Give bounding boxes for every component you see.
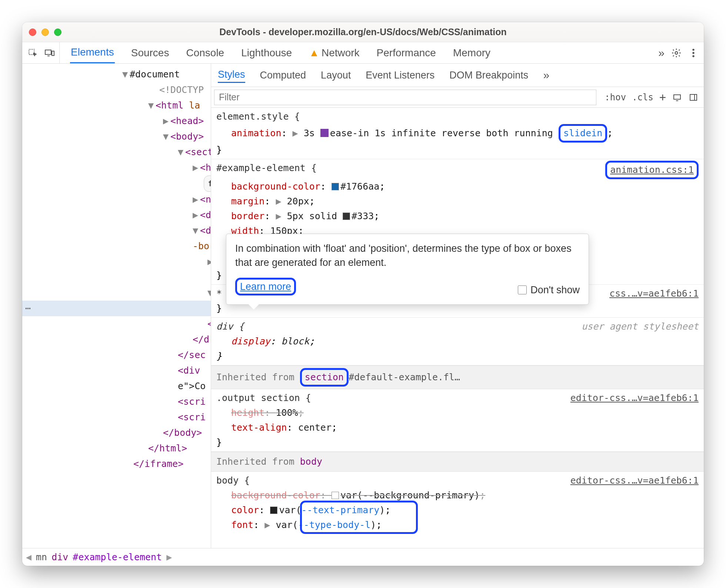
dont-show-checkbox-label[interactable]: Don't show [518,283,580,297]
source-link-editor-css[interactable]: css.…v=ae1feb6:1 [609,286,699,301]
tab-network[interactable]: ▲Network [308,42,360,63]
breadcrumb-selected[interactable]: #example-element [73,552,162,562]
device-mode-icon[interactable] [44,48,55,58]
toggle-sidebar-icon[interactable] [688,92,699,103]
svg-point-3 [675,51,678,54]
styles-tabs-more[interactable]: » [543,67,549,83]
svg-rect-7 [674,95,680,99]
hov-toggle[interactable]: :hov [605,92,626,103]
dom-tree[interactable]: ▼#document <!DOCTYP ▼<html la ▶<head> ▼<… [22,64,211,548]
class-pill[interactable]: fl [204,176,211,192]
tabs-more-button[interactable]: » [658,47,665,59]
color-swatch[interactable] [270,507,277,514]
add-rule-button[interactable]: + [659,91,666,104]
style-rules: element.style { animation: ▶ 3s ease-in … [211,108,704,548]
device-classes-icon[interactable] [672,92,682,103]
rule-element-style[interactable]: element.style { animation: ▶ 3s ease-in … [211,108,704,159]
tab-performance[interactable]: Performance [376,42,437,63]
rule-body[interactable]: body { editor-css.…v=ae1feb6:1 backgroun… [211,472,704,534]
settings-icon[interactable] [671,48,682,58]
css-var-link[interactable]: --text-primary [302,505,380,515]
breadcrumb[interactable]: ◀ mn div#example-element ▶ [22,548,704,566]
svg-rect-8 [690,94,697,100]
window-title: DevTools - developer.mozilla.org/en-US/d… [22,27,704,37]
inherited-from-section: Inherited from section#default-example.f… [211,365,704,389]
styles-panel: Styles Computed Layout Event Listeners D… [211,64,704,548]
styles-tab-layout[interactable]: Layout [321,68,351,83]
styles-tab-breakpoints[interactable]: DOM Breakpoints [449,68,528,83]
dont-show-checkbox[interactable] [518,285,527,294]
learn-more-link[interactable]: Learn more [240,281,291,292]
filter-row: :hov .cls + [211,87,704,108]
tab-console[interactable]: Console [185,42,225,63]
breadcrumb-item[interactable]: mn [36,552,47,562]
window-controls [29,29,61,36]
kebab-menu-icon[interactable] [688,48,699,58]
tab-lighthouse[interactable]: Lighthouse [240,42,293,63]
easing-icon[interactable] [320,129,329,137]
inherited-section-link[interactable]: section [305,372,344,382]
source-link-editor-css-3[interactable]: editor-css.…v=ae1feb6:1 [570,473,699,488]
rule-div-ua[interactable]: div { user agent stylesheet display: blo… [211,318,704,365]
breadcrumb-item[interactable]: div [51,552,68,562]
color-swatch[interactable] [332,183,339,190]
rule-output-section[interactable]: .output section { editor-css.…v=ae1feb6:… [211,389,704,452]
svg-rect-2 [52,51,54,56]
styles-tab-styles[interactable]: Styles [218,67,245,83]
color-swatch[interactable] [343,213,350,220]
devtools-window: DevTools - developer.mozilla.org/en-US/d… [22,22,704,566]
svg-point-6 [692,55,694,57]
css-var-link[interactable]: --type-body-l [298,519,371,530]
svg-point-4 [692,49,694,50]
titlebar: DevTools - developer.mozilla.org/en-US/d… [22,22,704,42]
svg-point-5 [692,52,694,54]
minimize-window-button[interactable] [41,29,49,36]
close-window-button[interactable] [29,29,36,36]
selected-element-indicator[interactable]: ⋯ [22,301,211,316]
source-link-editor-css-2[interactable]: editor-css.…v=ae1feb6:1 [570,391,699,405]
tab-elements[interactable]: Elements [70,42,115,63]
main-toolbar: Elements Sources Console Lighthouse ▲Net… [22,42,704,64]
inherited-from-body: Inherited from body [211,452,704,472]
inherited-body-link[interactable]: body [300,456,322,467]
styles-tab-listeners[interactable]: Event Listeners [366,68,434,83]
cls-toggle[interactable]: .cls [632,92,653,103]
breadcrumb-right-arrow[interactable]: ▶ [166,552,172,562]
warning-icon: ▲ [309,47,319,59]
inspect-element-icon[interactable] [27,48,38,58]
user-agent-label: user agent stylesheet [582,319,699,334]
animation-name-link[interactable]: slidein [563,128,602,138]
styles-tab-computed[interactable]: Computed [260,68,306,83]
tab-memory[interactable]: Memory [452,42,491,63]
tab-sources[interactable]: Sources [130,42,170,63]
zoom-window-button[interactable] [54,29,61,36]
color-swatch[interactable] [332,492,339,499]
source-link-animation-css[interactable]: animation.css:1 [610,164,694,175]
svg-rect-1 [45,50,51,54]
property-doc-tooltip: In combination with 'float' and 'positio… [226,234,589,305]
breadcrumb-left-arrow[interactable]: ◀ [26,552,31,562]
styles-filter-input[interactable] [214,90,596,105]
